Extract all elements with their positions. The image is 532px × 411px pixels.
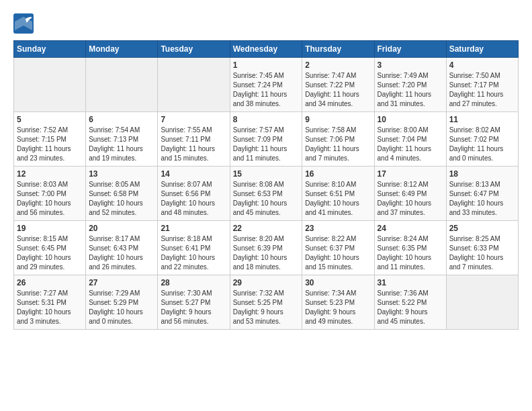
header-monday: Monday (86, 41, 158, 58)
day-number: 29 (233, 278, 300, 287)
day-number: 31 (378, 278, 443, 287)
day-info: Sunrise: 7:32 AMSunset: 5:25 PMDaylight:… (233, 289, 300, 326)
day-number: 9 (305, 115, 371, 124)
day-cell: 15Sunrise: 8:08 AMSunset: 6:53 PMDayligh… (230, 167, 302, 221)
day-cell (158, 58, 230, 112)
day-number: 12 (17, 169, 83, 179)
day-cell: 3Sunrise: 7:49 AMSunset: 7:20 PMDaylight… (374, 58, 446, 112)
day-number: 21 (161, 224, 226, 233)
day-number: 6 (89, 115, 154, 124)
day-number: 7 (161, 115, 226, 124)
day-cell: 23Sunrise: 8:22 AMSunset: 6:37 PMDayligh… (302, 221, 374, 275)
day-cell (14, 58, 86, 112)
day-cell: 14Sunrise: 8:07 AMSunset: 6:56 PMDayligh… (158, 167, 230, 221)
day-number: 28 (161, 278, 226, 287)
day-info: Sunrise: 8:03 AMSunset: 7:00 PMDaylight:… (17, 180, 83, 218)
day-info: Sunrise: 7:58 AMSunset: 7:06 PMDaylight:… (305, 126, 371, 163)
day-info: Sunrise: 8:20 AMSunset: 6:39 PMDaylight:… (233, 234, 300, 272)
day-number: 20 (89, 224, 154, 233)
week-row-5: 26Sunrise: 7:27 AMSunset: 5:31 PMDayligh… (14, 275, 519, 330)
day-cell (86, 58, 158, 112)
day-cell (446, 275, 518, 330)
day-number: 3 (378, 60, 443, 70)
day-info: Sunrise: 7:52 AMSunset: 7:15 PMDaylight:… (17, 126, 83, 163)
header-tuesday: Tuesday (158, 41, 230, 58)
day-info: Sunrise: 8:08 AMSunset: 6:53 PMDaylight:… (233, 180, 300, 218)
day-cell: 12Sunrise: 8:03 AMSunset: 7:00 PMDayligh… (14, 167, 86, 221)
logo-icon (13, 13, 34, 34)
day-number: 13 (89, 169, 154, 179)
day-info: Sunrise: 8:12 AMSunset: 6:49 PMDaylight:… (378, 180, 443, 218)
day-info: Sunrise: 8:13 AMSunset: 6:47 PMDaylight:… (449, 180, 515, 218)
day-info: Sunrise: 7:30 AMSunset: 5:27 PMDaylight:… (161, 289, 226, 326)
day-cell: 2Sunrise: 7:47 AMSunset: 7:22 PMDaylight… (302, 58, 374, 112)
day-info: Sunrise: 7:54 AMSunset: 7:13 PMDaylight:… (89, 126, 154, 163)
day-cell: 1Sunrise: 7:45 AMSunset: 7:24 PMDaylight… (230, 58, 302, 112)
day-number: 22 (233, 224, 300, 233)
day-info: Sunrise: 7:57 AMSunset: 7:09 PMDaylight:… (233, 126, 300, 163)
day-info: Sunrise: 7:45 AMSunset: 7:24 PMDaylight:… (233, 71, 300, 109)
logo (13, 13, 36, 34)
day-info: Sunrise: 7:36 AMSunset: 5:22 PMDaylight:… (378, 289, 443, 326)
day-info: Sunrise: 7:50 AMSunset: 7:17 PMDaylight:… (449, 71, 515, 109)
day-number: 19 (17, 224, 83, 233)
day-number: 24 (378, 224, 443, 233)
day-info: Sunrise: 8:05 AMSunset: 6:58 PMDaylight:… (89, 180, 154, 218)
page-header (13, 13, 519, 34)
calendar-body: 1Sunrise: 7:45 AMSunset: 7:24 PMDaylight… (14, 58, 519, 330)
day-number: 16 (305, 169, 371, 179)
header-sunday: Sunday (14, 41, 86, 58)
day-cell: 5Sunrise: 7:52 AMSunset: 7:15 PMDaylight… (14, 112, 86, 167)
day-info: Sunrise: 8:24 AMSunset: 6:35 PMDaylight:… (378, 234, 443, 272)
day-info: Sunrise: 8:10 AMSunset: 6:51 PMDaylight:… (305, 180, 371, 218)
day-cell: 6Sunrise: 7:54 AMSunset: 7:13 PMDaylight… (86, 112, 158, 167)
header-wednesday: Wednesday (230, 41, 302, 58)
day-cell: 7Sunrise: 7:55 AMSunset: 7:11 PMDaylight… (158, 112, 230, 167)
day-number: 15 (233, 169, 300, 179)
day-number: 23 (305, 224, 371, 233)
day-cell: 17Sunrise: 8:12 AMSunset: 6:49 PMDayligh… (374, 167, 446, 221)
day-number: 14 (161, 169, 226, 179)
day-info: Sunrise: 7:29 AMSunset: 5:29 PMDaylight:… (89, 289, 154, 326)
day-cell: 13Sunrise: 8:05 AMSunset: 6:58 PMDayligh… (86, 167, 158, 221)
day-cell: 11Sunrise: 8:02 AMSunset: 7:02 PMDayligh… (446, 112, 518, 167)
day-number: 2 (305, 60, 371, 70)
header-saturday: Saturday (446, 41, 518, 58)
day-number: 8 (233, 115, 300, 124)
calendar-header-row: SundayMondayTuesdayWednesdayThursdayFrid… (14, 41, 519, 58)
day-info: Sunrise: 8:17 AMSunset: 6:43 PMDaylight:… (89, 234, 154, 272)
day-number: 25 (449, 224, 515, 233)
week-row-3: 12Sunrise: 8:03 AMSunset: 7:00 PMDayligh… (14, 167, 519, 221)
calendar-table: SundayMondayTuesdayWednesdayThursdayFrid… (13, 40, 519, 330)
day-number: 18 (449, 169, 515, 179)
day-number: 1 (233, 60, 300, 70)
day-cell: 30Sunrise: 7:34 AMSunset: 5:23 PMDayligh… (302, 275, 374, 330)
day-cell: 22Sunrise: 8:20 AMSunset: 6:39 PMDayligh… (230, 221, 302, 275)
day-cell: 18Sunrise: 8:13 AMSunset: 6:47 PMDayligh… (446, 167, 518, 221)
day-info: Sunrise: 7:55 AMSunset: 7:11 PMDaylight:… (161, 126, 226, 163)
week-row-2: 5Sunrise: 7:52 AMSunset: 7:15 PMDaylight… (14, 112, 519, 167)
day-cell: 9Sunrise: 7:58 AMSunset: 7:06 PMDaylight… (302, 112, 374, 167)
day-info: Sunrise: 7:34 AMSunset: 5:23 PMDaylight:… (305, 289, 371, 326)
header-thursday: Thursday (302, 41, 374, 58)
day-cell: 16Sunrise: 8:10 AMSunset: 6:51 PMDayligh… (302, 167, 374, 221)
day-info: Sunrise: 8:22 AMSunset: 6:37 PMDaylight:… (305, 234, 371, 272)
day-info: Sunrise: 7:27 AMSunset: 5:31 PMDaylight:… (17, 289, 83, 326)
day-cell: 8Sunrise: 7:57 AMSunset: 7:09 PMDaylight… (230, 112, 302, 167)
day-info: Sunrise: 8:02 AMSunset: 7:02 PMDaylight:… (449, 126, 515, 163)
day-cell: 28Sunrise: 7:30 AMSunset: 5:27 PMDayligh… (158, 275, 230, 330)
day-cell: 10Sunrise: 8:00 AMSunset: 7:04 PMDayligh… (374, 112, 446, 167)
day-cell: 20Sunrise: 8:17 AMSunset: 6:43 PMDayligh… (86, 221, 158, 275)
day-info: Sunrise: 8:25 AMSunset: 6:33 PMDaylight:… (449, 234, 515, 272)
day-info: Sunrise: 7:49 AMSunset: 7:20 PMDaylight:… (378, 71, 443, 109)
day-cell: 27Sunrise: 7:29 AMSunset: 5:29 PMDayligh… (86, 275, 158, 330)
day-info: Sunrise: 8:15 AMSunset: 6:45 PMDaylight:… (17, 234, 83, 272)
day-number: 17 (378, 169, 443, 179)
day-number: 5 (17, 115, 83, 124)
day-cell: 29Sunrise: 7:32 AMSunset: 5:25 PMDayligh… (230, 275, 302, 330)
day-info: Sunrise: 8:18 AMSunset: 6:41 PMDaylight:… (161, 234, 226, 272)
day-cell: 24Sunrise: 8:24 AMSunset: 6:35 PMDayligh… (374, 221, 446, 275)
day-cell: 31Sunrise: 7:36 AMSunset: 5:22 PMDayligh… (374, 275, 446, 330)
day-cell: 19Sunrise: 8:15 AMSunset: 6:45 PMDayligh… (14, 221, 86, 275)
day-number: 11 (449, 115, 515, 124)
